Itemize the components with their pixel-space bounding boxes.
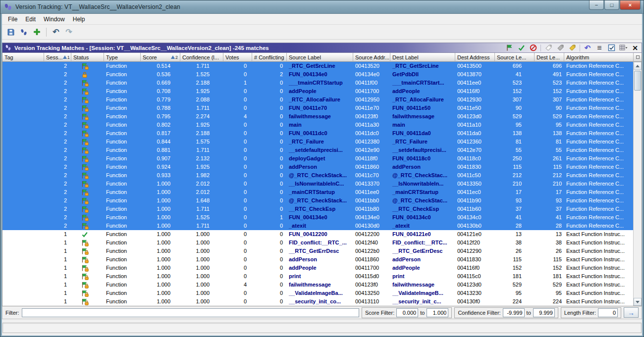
table-row[interactable]: 2Function1.0001.71100__RTC_CheckEsp00411… xyxy=(2,205,633,213)
undo-apply-button[interactable]: ↶ xyxy=(583,44,592,52)
column-header-session[interactable]: Sess... 1 xyxy=(44,53,71,62)
column-header-source-label[interactable]: Source Label xyxy=(287,53,353,62)
table-row[interactable]: 1Function1.0001.00000print004115d0print0… xyxy=(2,272,633,281)
maximize-button[interactable]: □ xyxy=(604,0,619,10)
table-row[interactable]: 1Function1.0001.00000addPeople00411700ad… xyxy=(2,264,633,272)
hamburger-menu-icon: ≡ xyxy=(597,44,601,52)
column-header-source-length[interactable]: Source Le... xyxy=(495,53,535,62)
panel-close-button[interactable]: ✕ xyxy=(631,44,640,52)
cell-votes: 0 xyxy=(223,138,252,146)
table-row[interactable]: 2Function0.8811.71100__setdefaultprecisi… xyxy=(2,146,633,154)
table-row[interactable]: 2Function0.6692.18810___tmainCRTStartup0… xyxy=(2,79,633,87)
cell-votes: 4 xyxy=(223,112,252,121)
tag-gold-button[interactable] xyxy=(568,44,577,52)
track-matches-button[interactable] xyxy=(18,26,30,38)
table-row[interactable]: 2Function0.8172.18800FUN_00411dc000411dc… xyxy=(2,129,633,138)
table-row[interactable]: 1Function1.0001.00000__RTC_GetErrDesc004… xyxy=(2,247,633,255)
vertical-scrollbar[interactable] xyxy=(633,62,642,306)
column-header-dest-length[interactable]: Dest Le... xyxy=(535,53,564,62)
accept-match-button[interactable] xyxy=(505,44,514,52)
length-filter-input[interactable] xyxy=(598,308,618,317)
cell-status xyxy=(71,105,104,112)
cell-score: 1.000 xyxy=(141,188,180,196)
cell-type: Function xyxy=(104,121,141,129)
redo-button[interactable]: ↷ xyxy=(63,26,75,38)
column-header-score[interactable]: Score 2 xyxy=(141,53,180,62)
panel-menu-button[interactable]: ≡ xyxy=(595,44,604,52)
table-row[interactable]: 2Function0.7952.27440failwithmessage0041… xyxy=(2,112,633,121)
reject-match-button[interactable] xyxy=(529,44,537,52)
filter-input[interactable] xyxy=(22,308,359,317)
cell-score: 0.802 xyxy=(141,121,180,129)
cell-status xyxy=(71,248,104,255)
table-row[interactable]: 2Function0.8441.57500_RTC_Failure0041238… xyxy=(2,138,633,146)
confidence-filter-to-input[interactable] xyxy=(533,308,555,317)
column-header-votes[interactable]: Votes xyxy=(223,53,252,62)
column-header-type[interactable]: Type xyxy=(104,53,141,62)
table-row[interactable]: 2Function0.5361.52502FUN_004134e0004134e… xyxy=(2,70,633,79)
scroll-down-button[interactable] xyxy=(634,298,642,306)
scrollbar-track[interactable] xyxy=(634,70,642,298)
table-row[interactable]: 1Function1.0001.00040failwithmessage0041… xyxy=(2,281,633,289)
apply-markup-button[interactable] xyxy=(517,44,526,52)
cell-dest-len: 491 xyxy=(535,70,564,79)
add-session-button[interactable] xyxy=(31,26,43,38)
filter-options-button[interactable]: → xyxy=(624,307,639,318)
menu-edit[interactable]: Edit xyxy=(21,14,40,24)
column-header-dest-label[interactable]: Dest Label xyxy=(390,53,455,62)
column-header-source-address[interactable]: Source Addr... xyxy=(353,53,390,62)
column-header-dest-address[interactable]: Dest Address xyxy=(455,53,495,62)
table-row[interactable]: 1Function1.0001.00000addPerson00411860ad… xyxy=(2,255,633,264)
cell-dest-label: _atexit xyxy=(390,222,455,230)
column-header-tag[interactable]: Tag xyxy=(2,53,44,62)
column-header-algorithm[interactable]: Algorithm xyxy=(564,53,633,62)
score-filter-from-input[interactable] xyxy=(396,308,418,317)
cell-dest-len: 523 xyxy=(535,79,564,87)
table-row[interactable]: 2Function0.7081.92500addPeople00411700ad… xyxy=(2,87,633,96)
table-row[interactable]: 2Function1.0001.52501FUN_004134e0004134e… xyxy=(2,213,633,222)
table-row[interactable]: 2Function1.0002.01200__IsNonwritableInC.… xyxy=(2,180,633,188)
column-options-button[interactable] xyxy=(633,53,642,62)
flag-lock-icon xyxy=(81,63,89,70)
table-row[interactable]: 2Function0.7792.08800_RTC_AllocaFailure0… xyxy=(2,96,633,104)
score-filter-to-input[interactable] xyxy=(427,308,448,317)
cell-dest-label: print xyxy=(390,272,455,281)
cell-confidence: 1.925 xyxy=(180,87,223,96)
table-row[interactable]: 2Function0.7881.71100FUN_00411e7000411e7… xyxy=(2,104,633,112)
table-row[interactable]: 1Function1.0001.00000__ValidateImageBa..… xyxy=(2,289,633,297)
matches-panel-header[interactable]: Version Tracking Matches - [Session: VT_… xyxy=(2,43,642,53)
scroll-up-button[interactable] xyxy=(634,62,642,70)
title-bar[interactable]: Version Tracking: VT__WallaceSrc__Wallac… xyxy=(0,0,644,14)
close-button[interactable]: × xyxy=(620,0,641,10)
cell-type: Function xyxy=(104,222,141,230)
score-filter-to-label: to xyxy=(420,310,425,316)
table-row[interactable]: 2Function0.5141.71100_RTC_GetSrcLine0041… xyxy=(2,62,633,70)
tag-outline-button[interactable] xyxy=(544,44,553,52)
menu-window[interactable]: Window xyxy=(40,14,69,24)
undo-button[interactable]: ↶ xyxy=(50,26,62,38)
table-options-button[interactable] xyxy=(619,44,628,52)
table-row[interactable]: 1Function1.0001.00000__security_init_co.… xyxy=(2,297,633,306)
table-row[interactable]: 2Function0.9331.98200@_RTC_CheckStack...… xyxy=(2,171,633,180)
table-row[interactable]: 2Function0.8021.92500main00411a30main004… xyxy=(2,121,633,129)
column-header-status[interactable]: Status xyxy=(71,53,104,62)
table-row[interactable]: 2Function1.0001.64800@_RTC_CheckStack...… xyxy=(2,196,633,205)
menu-help[interactable]: Help xyxy=(69,14,89,24)
table-row[interactable]: 1Function1.0001.00000FUN_004122000041220… xyxy=(2,230,633,239)
confidence-filter-from-input[interactable] xyxy=(503,308,525,317)
table-row[interactable]: 2Function0.9072.13200deployGadget004118f… xyxy=(2,154,633,163)
table-row[interactable]: 2Function1.0001.71100_atexit004130d0_ate… xyxy=(2,222,633,230)
column-header-conflicting[interactable]: # Conflicting xyxy=(252,53,287,62)
table-row[interactable]: 2Function0.9241.92500addPerson00411860ad… xyxy=(2,163,633,171)
column-header-confidence[interactable]: Confidence (l... xyxy=(180,53,223,62)
filter-toggle-button[interactable] xyxy=(607,44,616,52)
table-row[interactable]: 1Function1.0001.00000FID_conflict:__RTC_… xyxy=(2,239,633,247)
minimize-button[interactable]: − xyxy=(589,0,604,10)
scrollbar-thumb[interactable] xyxy=(634,71,641,91)
tag-gray-button[interactable] xyxy=(556,44,565,52)
save-session-button[interactable] xyxy=(5,26,17,38)
table-row[interactable]: 2Function1.0002.01200_mainCRTStartup0041… xyxy=(2,188,633,196)
cell-dest-len: 138 xyxy=(535,129,564,138)
confidence-filter-group: Confidence Filter: to xyxy=(454,307,558,318)
menu-file[interactable]: File xyxy=(4,14,21,24)
